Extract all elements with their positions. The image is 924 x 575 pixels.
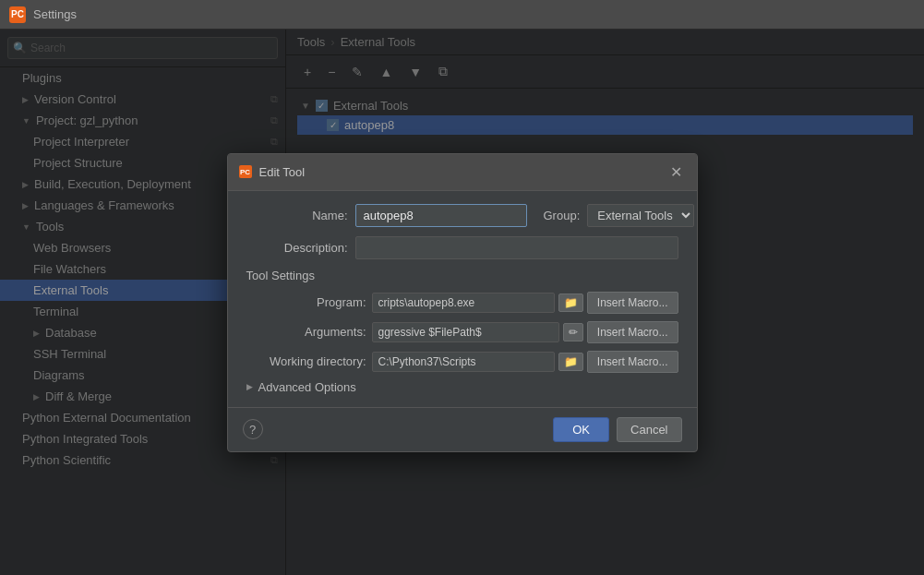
footer-buttons: OK Cancel	[553, 417, 681, 442]
program-input[interactable]	[372, 293, 555, 313]
arguments-insert-macro-button[interactable]: Insert Macro...	[587, 321, 678, 343]
modal-close-button[interactable]: ✕	[666, 162, 686, 183]
program-input-wrap: 📁 Insert Macro...	[372, 292, 678, 314]
modal-header: PC Edit Tool ✕	[228, 154, 697, 191]
program-row: Program: 📁 Insert Macro...	[246, 292, 678, 314]
name-label: Name:	[246, 209, 348, 222]
advanced-arrow: ▶	[246, 382, 253, 391]
cancel-button[interactable]: Cancel	[617, 417, 681, 442]
modal-footer: ? OK Cancel	[228, 407, 697, 451]
working-dir-input[interactable]	[372, 352, 555, 372]
modal-logo: PC	[239, 165, 252, 178]
modal-title-text: Edit Tool	[259, 165, 306, 179]
arguments-input[interactable]	[372, 322, 559, 342]
arguments-folder-button[interactable]: ✏	[563, 323, 583, 341]
tool-settings-title: Tool Settings	[246, 269, 678, 282]
window-title: Settings	[33, 7, 77, 21]
group-select[interactable]: External Tools	[587, 204, 694, 227]
program-label: Program:	[246, 295, 366, 309]
edit-tool-modal: PC Edit Tool ✕ Name: Group: External Too…	[227, 153, 698, 452]
working-dir-input-wrap: 📁 Insert Macro...	[372, 351, 678, 373]
app-logo: PC	[9, 6, 26, 23]
arguments-input-wrap: ✏ Insert Macro...	[372, 321, 678, 343]
working-dir-label: Working directory:	[246, 354, 366, 368]
ok-button[interactable]: OK	[553, 417, 609, 442]
modal-title: PC Edit Tool	[239, 165, 306, 179]
description-row: Description:	[246, 236, 678, 259]
working-dir-insert-macro-button[interactable]: Insert Macro...	[587, 351, 678, 373]
tool-settings-section: Tool Settings Program: 📁 Insert Macro...…	[246, 269, 678, 373]
description-input[interactable]	[355, 236, 678, 259]
title-bar: PC Settings	[0, 0, 924, 30]
modal-body: Name: Group: External Tools Description:…	[228, 191, 697, 407]
name-input[interactable]	[355, 204, 527, 227]
working-dir-folder-button[interactable]: 📁	[558, 353, 583, 371]
arguments-label: Arguments:	[246, 325, 366, 339]
working-dir-row: Working directory: 📁 Insert Macro...	[246, 351, 678, 373]
advanced-label: Advanced Options	[258, 380, 356, 394]
description-label: Description:	[246, 241, 348, 255]
name-group-row: Name: Group: External Tools	[246, 204, 678, 227]
modal-overlay: PC Edit Tool ✕ Name: Group: External Too…	[0, 30, 924, 575]
group-label: Group:	[534, 209, 581, 222]
arguments-row: Arguments: ✏ Insert Macro...	[246, 321, 678, 343]
program-insert-macro-button[interactable]: Insert Macro...	[587, 292, 678, 314]
help-button[interactable]: ?	[243, 419, 263, 439]
advanced-options-row[interactable]: ▶ Advanced Options	[246, 380, 678, 394]
program-folder-button[interactable]: 📁	[558, 293, 583, 312]
